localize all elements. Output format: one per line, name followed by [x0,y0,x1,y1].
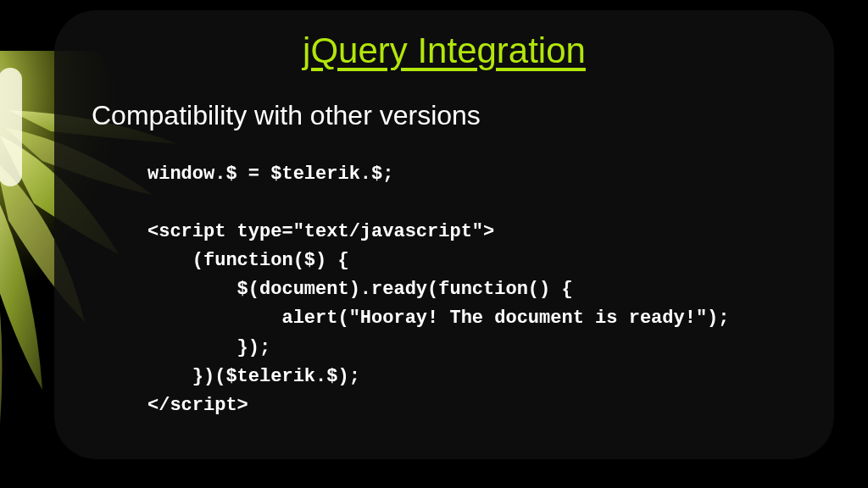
svg-rect-1 [0,68,22,186]
slide-title: jQuery Integration [88,30,800,71]
code-block: window.$ = $telerik.$; <script type="tex… [147,160,800,420]
slide-subtitle: Compatibility with other versions [92,100,800,131]
slide-panel: jQuery Integration Compatibility with ot… [54,10,834,459]
